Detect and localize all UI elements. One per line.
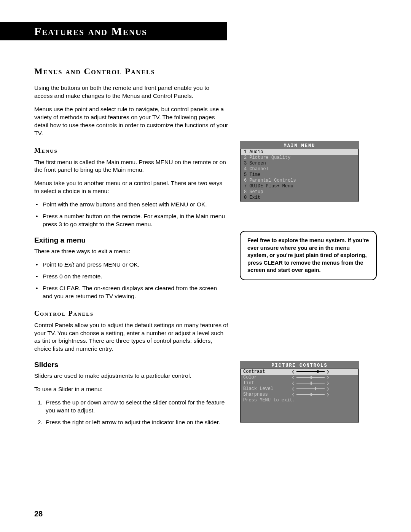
- menus-para-1: The first menu is called the Main menu. …: [34, 158, 228, 174]
- chapter-header: Features and Menus: [0, 22, 227, 40]
- main-menu-item-guide-plus: 7 GUIDE Plus+ Menu: [241, 184, 358, 189]
- sliders-para-2: To use a Slider in a menu:: [34, 385, 228, 393]
- main-menu-title: MAIN MENU: [241, 142, 358, 149]
- sliders-heading: Sliders: [34, 361, 228, 369]
- exiting-bullets: Point to Exit and press MENU or OK. Pres…: [34, 261, 228, 300]
- page-number: 28: [34, 510, 43, 518]
- exiting-bullet-2: Press 0 on the remote.: [43, 273, 228, 281]
- sliders-steps: Press the up or down arrow to select the…: [34, 399, 228, 427]
- slider-icon: [293, 371, 328, 373]
- slider-icon: [293, 393, 328, 396]
- slider-icon: [293, 376, 328, 379]
- chapter-title: Features and Menus: [34, 25, 147, 38]
- sliders-step-2: Press the right or left arrow to adjust …: [44, 419, 228, 427]
- slider-row-black-level: Black Level: [241, 386, 358, 392]
- slider-row-contrast: Contrast: [241, 369, 358, 375]
- menus-heading: Menus: [34, 147, 228, 155]
- picture-controls-title: PICTURE CONTROLS: [241, 362, 358, 369]
- slider-row-color: Color: [241, 375, 358, 380]
- main-menu-osd: MAIN MENU 1 Audio 2 Picture Quality 3 Sc…: [240, 141, 359, 202]
- main-menu-item-channel: 4 Channel: [241, 166, 358, 172]
- main-menu-item-parental-controls: 6 Parental Controls: [241, 178, 358, 184]
- picture-controls-osd: PICTURE CONTROLS Contrast Color Tint: [240, 361, 359, 423]
- intro-para-2: Menus use the point and select rule to n…: [34, 105, 228, 137]
- section-heading: Menus and Control Panels: [34, 67, 228, 77]
- control-panels-para: Control Panels allow you to adjust the d…: [34, 321, 228, 353]
- exiting-bullet-3: Press CLEAR. The on-screen displays are …: [43, 284, 228, 300]
- exiting-heading: Exiting a menu: [34, 236, 228, 244]
- control-panels-heading: Control Panels: [34, 310, 228, 318]
- main-menu-item-screen: 3 Screen: [241, 161, 358, 166]
- picture-controls-footer: Press MENU to exit.: [241, 398, 358, 403]
- slider-row-sharpness: Sharpness: [241, 392, 358, 398]
- menus-bullet-2: Press a number button on the remote. For…: [43, 212, 228, 228]
- menus-para-2: Menus take you to another menu or a cont…: [34, 179, 228, 195]
- main-menu-item-picture-quality: 2 Picture Quality: [241, 155, 358, 161]
- intro-para-1: Using the buttons on both the remote and…: [34, 84, 228, 100]
- exiting-para: There are three ways to exit a menu:: [34, 248, 228, 256]
- tip-callout: Feel free to explore the menu system. If…: [240, 231, 377, 280]
- menus-bullets: Point with the arrow buttons and then se…: [34, 201, 228, 228]
- menus-bullet-1: Point with the arrow buttons and then se…: [43, 201, 228, 209]
- slider-icon: [293, 388, 328, 390]
- main-menu-item-setup: 8 Setup: [241, 189, 358, 195]
- main-menu-item-audio: 1 Audio: [241, 149, 358, 155]
- main-menu-item-exit: 0 Exit: [241, 195, 358, 201]
- sliders-para-1: Sliders are used to make adjustments to …: [34, 372, 228, 380]
- slider-icon: [293, 382, 328, 385]
- main-menu-item-time: 5 Time: [241, 172, 358, 178]
- sliders-step-1: Press the up or down arrow to select the…: [44, 399, 228, 415]
- exiting-bullet-1: Point to Exit and press MENU or OK.: [43, 261, 228, 269]
- left-column: Menus and Control Panels Using the butto…: [34, 63, 228, 432]
- slider-row-tint: Tint: [241, 380, 358, 386]
- right-column: MAIN MENU 1 Audio 2 Picture Quality 3 Sc…: [240, 63, 377, 432]
